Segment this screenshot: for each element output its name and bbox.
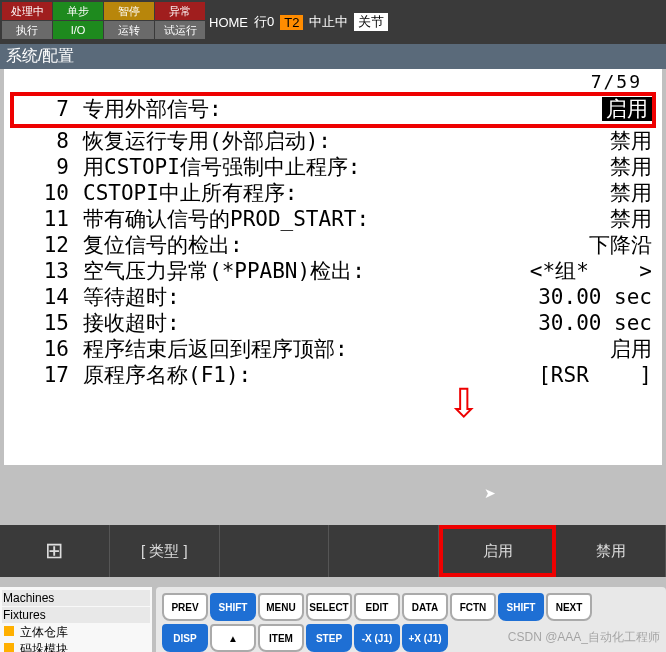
key-disp[interactable]: DISP — [162, 624, 208, 652]
row-value[interactable]: <*组* > — [512, 258, 652, 284]
row-number: 13 — [14, 258, 83, 284]
row-number: 15 — [14, 310, 83, 336]
config-row[interactable]: 14等待超时:30.00 sec — [14, 284, 652, 310]
row-number: 7 — [14, 96, 83, 122]
row-number: 16 — [14, 336, 83, 362]
row-value[interactable]: 禁用 — [512, 128, 652, 154]
config-panel: 7/59 7专用外部信号:启用8恢复运行专用(外部启动):禁用9用CSTOPI信… — [4, 69, 662, 465]
row-number: 10 — [14, 180, 83, 206]
row-value[interactable]: 启用 — [512, 336, 652, 362]
fkey-enable[interactable]: 启用 — [439, 525, 556, 577]
status-line: 行0 — [254, 13, 274, 31]
row-label: 带有确认信号的PROD_START: — [83, 206, 512, 232]
key-next[interactable]: NEXT — [546, 593, 592, 621]
key-menu[interactable]: MENU — [258, 593, 304, 621]
key-edit[interactable]: EDIT — [354, 593, 400, 621]
key-prev[interactable]: PREV — [162, 593, 208, 621]
annotation-arrow: ⇩ — [447, 380, 481, 426]
row-value[interactable]: 下降沿 — [512, 232, 652, 258]
fkey-menu[interactable]: ⊞ — [0, 525, 110, 577]
key-step[interactable]: STEP — [306, 624, 352, 652]
mouse-cursor: ➤ — [484, 485, 496, 501]
row-value[interactable]: 禁用 — [512, 206, 652, 232]
row-number: 14 — [14, 284, 83, 310]
config-row[interactable]: 13空气压力异常(*PPABN)检出:<*组* > — [14, 258, 652, 284]
key--[interactable]: ▲ — [210, 624, 256, 652]
config-row[interactable]: 7专用外部信号:启用 — [14, 96, 652, 122]
row-label: 恢复运行专用(外部启动): — [83, 128, 512, 154]
tree-item[interactable]: 立体仓库 — [2, 624, 150, 641]
config-row[interactable]: 17原程序名称(F1):[RSR ] — [14, 362, 652, 388]
top-btn-4[interactable]: 执行 — [2, 21, 52, 39]
row-label: 等待超时: — [83, 284, 512, 310]
row-label: CSTOPI中止所有程序: — [83, 180, 512, 206]
row-value[interactable]: 禁用 — [512, 154, 652, 180]
status-joint: 关节 — [354, 13, 388, 31]
tree-fixtures[interactable]: Fixtures — [2, 607, 150, 623]
top-btn-7[interactable]: 试运行 — [155, 21, 205, 39]
row-number: 9 — [14, 154, 83, 180]
key-select[interactable]: SELECT — [306, 593, 352, 621]
row-number: 17 — [14, 362, 83, 388]
config-row[interactable]: 12复位信号的检出:下降沿 — [14, 232, 652, 258]
row-label: 程序结束后返回到程序顶部: — [83, 336, 512, 362]
row-value[interactable]: 禁用 — [512, 180, 652, 206]
key-fctn[interactable]: FCTN — [450, 593, 496, 621]
config-row[interactable]: 16程序结束后返回到程序顶部:启用 — [14, 336, 652, 362]
page-title: 系统/配置 — [0, 44, 666, 69]
top-btn-2[interactable]: 智停 — [104, 2, 154, 20]
watermark: CSDN @AAA_自动化工程师 — [508, 629, 660, 646]
fkey-type[interactable]: [ 类型 ] — [110, 525, 220, 577]
tree-item[interactable]: 码垛模块 — [2, 641, 150, 652]
row-value[interactable]: [RSR ] — [512, 362, 652, 388]
fkey-blank-2 — [329, 525, 439, 577]
key-data[interactable]: DATA — [402, 593, 448, 621]
top-btn-6[interactable]: 运转 — [104, 21, 154, 39]
status-speed: T2 — [280, 15, 303, 30]
key-shift[interactable]: SHIFT — [210, 593, 256, 621]
config-row[interactable]: 10CSTOPI中止所有程序:禁用 — [14, 180, 652, 206]
top-btn-1[interactable]: 单步 — [53, 2, 103, 20]
config-row[interactable]: 11带有确认信号的PROD_START:禁用 — [14, 206, 652, 232]
scroll-position: 7/59 — [4, 69, 662, 92]
row-value[interactable]: 30.00 sec — [512, 310, 652, 336]
row-value[interactable]: 30.00 sec — [512, 284, 652, 310]
key-shift[interactable]: SHIFT — [498, 593, 544, 621]
tree-panel: Machines Fixtures 立体仓库码垛模块平面轨迹模块实验台 — [0, 587, 152, 652]
row-number: 11 — [14, 206, 83, 232]
row-number: 12 — [14, 232, 83, 258]
status-home: HOME — [209, 15, 248, 30]
row-label: 接收超时: — [83, 310, 512, 336]
tree-machines[interactable]: Machines — [2, 590, 150, 606]
top-btn-0[interactable]: 处理中 — [2, 2, 52, 20]
row-label: 专用外部信号: — [83, 96, 512, 122]
top-btn-5[interactable]: I/O — [53, 21, 103, 39]
config-row[interactable]: 8恢复运行专用(外部启动):禁用 — [14, 128, 652, 154]
key--x-j1-[interactable]: -X (J1) — [354, 624, 400, 652]
row-label: 空气压力异常(*PPABN)检出: — [83, 258, 512, 284]
config-row[interactable]: 9用CSTOPI信号强制中止程序:禁用 — [14, 154, 652, 180]
row-number: 8 — [14, 128, 83, 154]
row-value[interactable]: 启用 — [512, 96, 652, 122]
key--x-j1-[interactable]: +X (J1) — [402, 624, 448, 652]
row-label: 复位信号的检出: — [83, 232, 512, 258]
config-row[interactable]: 15接收超时:30.00 sec — [14, 310, 652, 336]
key-item[interactable]: ITEM — [258, 624, 304, 652]
top-btn-3[interactable]: 异常 — [155, 2, 205, 20]
row-label: 用CSTOPI信号强制中止程序: — [83, 154, 512, 180]
fkey-blank-1 — [220, 525, 330, 577]
fkey-disable[interactable]: 禁用 — [556, 525, 666, 577]
status-halt: 中止中 — [309, 13, 348, 31]
